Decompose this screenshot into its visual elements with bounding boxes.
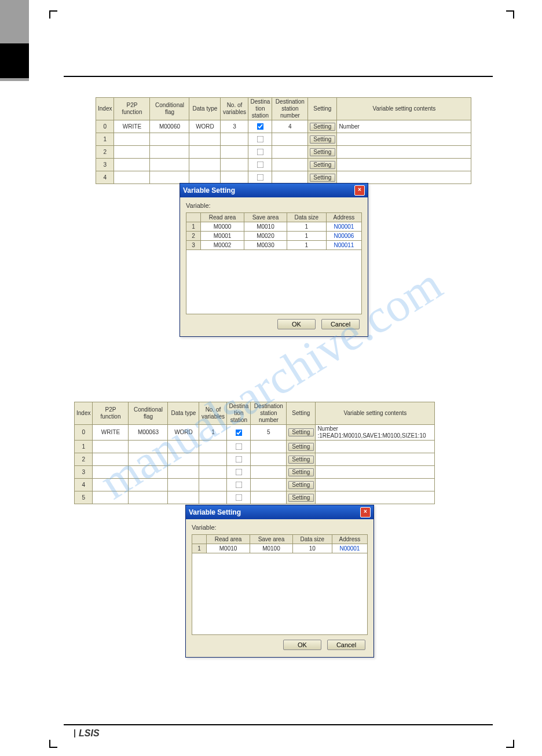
dest-station-checkbox[interactable]	[257, 149, 264, 156]
setting-button[interactable]: Setting	[288, 494, 314, 502]
cell-conditional-flag[interactable]	[150, 146, 189, 159]
cell-save-area[interactable]: M0010	[244, 222, 287, 232]
dest-station-checkbox[interactable]	[236, 482, 243, 489]
cell-dest-station-number[interactable]	[272, 146, 308, 159]
cell-dest-station[interactable]	[227, 453, 251, 466]
cell-no-variables[interactable]	[199, 479, 227, 491]
cell-address[interactable]: N00006	[326, 232, 361, 241]
dest-station-checkbox[interactable]	[257, 174, 264, 181]
cell-data-type[interactable]	[168, 466, 199, 479]
setting-button[interactable]: Setting	[310, 174, 335, 182]
cell-conditional-flag[interactable]: M00063	[129, 425, 168, 441]
close-icon[interactable]: ×	[354, 185, 365, 196]
setting-button[interactable]: Setting	[310, 135, 335, 144]
cell-p2p-function[interactable]	[114, 133, 150, 146]
dest-station-checkbox[interactable]	[236, 494, 243, 501]
cell-no-variables[interactable]: 1	[199, 425, 227, 441]
cell-read-area[interactable]: M0001	[201, 232, 244, 241]
setting-button[interactable]: Setting	[288, 428, 314, 436]
cell-dest-station[interactable]	[248, 146, 272, 159]
cell-dest-station-number[interactable]	[251, 441, 287, 453]
cell-read-area[interactable]: M0002	[201, 241, 244, 250]
cell-no-variables[interactable]	[221, 171, 248, 184]
cell-data-type[interactable]	[189, 146, 221, 159]
cell-p2p-function[interactable]	[114, 146, 150, 159]
cell-dest-station[interactable]	[227, 441, 251, 453]
cell-data-type[interactable]	[168, 453, 199, 466]
cell-no-variables[interactable]	[221, 133, 248, 146]
cell-p2p-function[interactable]	[114, 159, 150, 171]
cell-p2p-function[interactable]	[93, 466, 129, 479]
cell-p2p-function[interactable]	[114, 171, 150, 184]
cell-dest-station[interactable]	[227, 425, 251, 441]
ok-button[interactable]: OK	[277, 319, 316, 329]
cell-dest-station[interactable]	[227, 479, 251, 491]
cell-save-area[interactable]: M0100	[250, 544, 293, 553]
cell-no-variables[interactable]	[221, 146, 248, 159]
cell-dest-station-number[interactable]	[251, 466, 287, 479]
cell-address[interactable]: N00001	[326, 222, 361, 232]
dest-station-checkbox[interactable]	[236, 443, 243, 450]
cell-conditional-flag[interactable]	[129, 441, 168, 453]
dest-station-checkbox[interactable]	[257, 136, 264, 143]
cell-data-type[interactable]	[168, 441, 199, 453]
cell-dest-station-number[interactable]: 5	[251, 425, 287, 441]
cell-dest-station[interactable]	[248, 120, 272, 133]
cell-data-type[interactable]	[168, 479, 199, 491]
dest-station-checkbox[interactable]	[257, 162, 264, 168]
cell-conditional-flag[interactable]	[150, 171, 189, 184]
cancel-button[interactable]: Cancel	[327, 640, 365, 650]
cell-conditional-flag[interactable]	[129, 491, 168, 504]
cell-no-variables[interactable]	[199, 466, 227, 479]
cell-data-size[interactable]: 10	[292, 544, 332, 553]
ok-button[interactable]: OK	[283, 640, 321, 650]
setting-button[interactable]: Setting	[288, 481, 314, 489]
setting-button[interactable]: Setting	[288, 468, 314, 476]
cancel-button[interactable]: Cancel	[321, 319, 360, 329]
cell-save-area[interactable]: M0020	[244, 232, 287, 241]
cell-dest-station-number[interactable]	[272, 133, 308, 146]
cell-no-variables[interactable]	[221, 159, 248, 171]
cell-dest-station[interactable]	[248, 133, 272, 146]
cell-conditional-flag[interactable]: M00060	[150, 120, 189, 133]
cell-data-type[interactable]	[189, 159, 221, 171]
dest-station-checkbox[interactable]	[257, 123, 264, 130]
cell-dest-station-number[interactable]	[251, 479, 287, 491]
cell-conditional-flag[interactable]	[150, 133, 189, 146]
cell-read-area[interactable]: M0010	[207, 544, 250, 553]
dest-station-checkbox[interactable]	[236, 456, 243, 463]
close-icon[interactable]: ×	[360, 507, 371, 518]
cell-dest-station[interactable]	[227, 466, 251, 479]
cell-conditional-flag[interactable]	[129, 453, 168, 466]
cell-dest-station-number[interactable]	[251, 453, 287, 466]
cell-dest-station[interactable]	[248, 171, 272, 184]
cell-data-type[interactable]	[189, 171, 221, 184]
cell-conditional-flag[interactable]	[129, 479, 168, 491]
cell-p2p-function[interactable]	[93, 453, 129, 466]
dest-station-checkbox[interactable]	[236, 429, 243, 436]
cell-save-area[interactable]: M0030	[244, 241, 287, 250]
cell-dest-station-number[interactable]	[272, 159, 308, 171]
setting-button[interactable]: Setting	[288, 456, 314, 464]
cell-address[interactable]: N00011	[326, 241, 361, 250]
cell-dest-station-number[interactable]: 4	[272, 120, 308, 133]
cell-no-variables[interactable]: 3	[221, 120, 248, 133]
cell-no-variables[interactable]	[199, 441, 227, 453]
cell-dest-station-number[interactable]	[272, 171, 308, 184]
cell-data-type[interactable]: WORD	[189, 120, 221, 133]
cell-dest-station[interactable]	[227, 491, 251, 504]
cell-no-variables[interactable]	[199, 453, 227, 466]
dest-station-checkbox[interactable]	[236, 469, 243, 476]
setting-button[interactable]: Setting	[310, 161, 335, 169]
cell-p2p-function[interactable]	[93, 491, 129, 504]
cell-data-type[interactable]	[189, 133, 221, 146]
cell-dest-station[interactable]	[248, 159, 272, 171]
cell-p2p-function[interactable]: WRITE	[93, 425, 129, 441]
cell-p2p-function[interactable]: WRITE	[114, 120, 150, 133]
cell-p2p-function[interactable]	[93, 441, 129, 453]
cell-data-type[interactable]: WORD	[168, 425, 199, 441]
setting-button[interactable]: Setting	[288, 443, 314, 451]
cell-conditional-flag[interactable]	[129, 466, 168, 479]
cell-data-type[interactable]	[168, 491, 199, 504]
cell-no-variables[interactable]	[199, 491, 227, 504]
